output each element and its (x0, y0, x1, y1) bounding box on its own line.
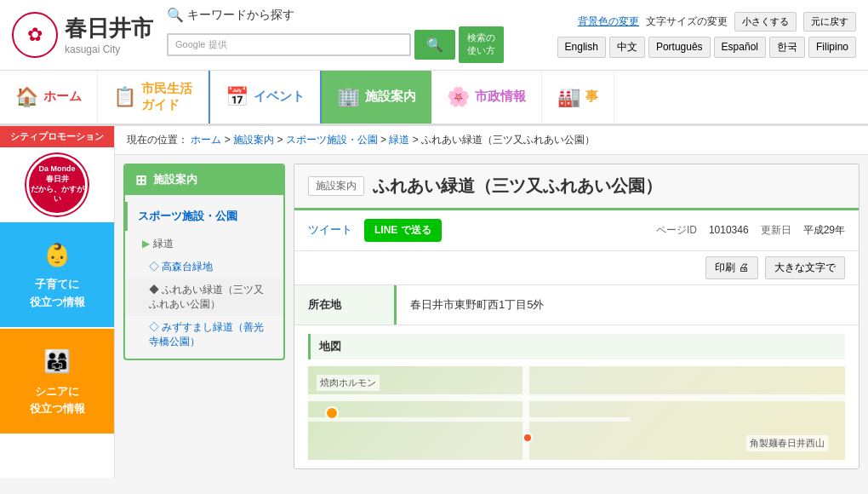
sidebar-item-2[interactable]: ◇ みずすまし緑道（善光寺橋公園） (125, 316, 283, 353)
facility-icon: 🏢 (337, 86, 360, 108)
sidebar-header: ⊞ 施設案内 (125, 165, 283, 195)
promo-banner2-icon: 👨‍👩‍👧 (7, 344, 107, 380)
facility-title: ふれあい緑道（三ツ又ふれあい公園） (373, 175, 662, 198)
promo-banner2-text: シニアに 役立つ情報 (30, 385, 85, 416)
promo-banner2[interactable]: 👨‍👩‍👧 シニアに 役立つ情報 (0, 329, 114, 434)
breadcrumb-current: ふれあい緑道（三ツ又ふれあい公園） (421, 134, 595, 146)
line-send-button[interactable]: LINE で送る (364, 219, 442, 242)
industry-icon: 🏭 (557, 86, 580, 108)
promo-sidebar: シティプロモーション Da Monde 春日井 だから、かすがい 👶 子育てに … (0, 126, 115, 478)
promo-banner1-icon: 👶 (7, 238, 107, 273)
search-help-button[interactable]: 検索の 使い方 (459, 26, 504, 63)
large-text-button[interactable]: 大きな文字で (765, 256, 845, 279)
sidebar-green-label: ▶ 緑道 (125, 233, 283, 256)
lang-portuguese[interactable]: Português (648, 37, 711, 58)
promo-logo-circle: Da Monde 春日井 だから、かすがい (26, 154, 88, 215)
article-meta: ツイート LINE で送る ページID 1010346 更新日 平成29年 (294, 210, 859, 251)
logo-main: 春日井市 (65, 14, 153, 43)
lang-english[interactable]: English (557, 37, 606, 58)
promo-banner1[interactable]: 👶 子育てに 役立つ情報 (0, 222, 114, 327)
breadcrumb-prefix: 現在の位置： (127, 134, 188, 146)
content-body: ⊞ 施設案内 スポーツ施設・公園 ▶ 緑道 ◇ 高森台緑地 ◆ ふれあい緑道（三… (115, 155, 868, 478)
nav-facility[interactable]: 🏢 施設案内 (322, 71, 431, 124)
sidebar-item-current: ◆ ふれあい緑道（三ツ又ふれあい公園） (125, 279, 283, 316)
nav-industry[interactable]: 🏭 事 (542, 71, 614, 124)
map-section: 地図 焼肉ホルモン 角製麺春日井西山 (294, 325, 859, 468)
font-reset-button[interactable]: 元に戻す (803, 12, 856, 32)
breadcrumb-home[interactable]: ホーム (191, 134, 221, 146)
citizen-icon: 📋 (113, 86, 136, 108)
left-sidebar: ⊞ 施設案内 スポーツ施設・公園 ▶ 緑道 ◇ 高森台緑地 ◆ ふれあい緑道（三… (123, 164, 285, 469)
right-content: 施設案内 ふれあい緑道（三ツ又ふれあい公園） ツイート LINE で送る ページ… (294, 164, 859, 469)
printer-icon: 🖨 (739, 261, 749, 273)
lang-filipino[interactable]: Filipino (808, 37, 856, 58)
nav-event-label: イベント (254, 89, 305, 105)
promo-logo-area[interactable]: Da Monde 春日井 だから、かすがい (0, 147, 114, 222)
nav-home[interactable]: 🏠 ホーム (0, 71, 98, 124)
logo-symbol: ✿ (27, 24, 43, 46)
font-small-button[interactable]: 小さくする (734, 12, 797, 32)
nav-citizen-label: 市民生活 ガイド (141, 81, 192, 113)
facility-header: 施設案内 ふれあい緑道（三ツ又ふれあい公園） (294, 164, 859, 210)
city-icon: 🌸 (447, 86, 470, 108)
bg-change-link[interactable]: 背景色の変更 (578, 14, 639, 29)
sidebar-arrow-icon: ▶ (142, 238, 150, 250)
logo-text: 春日井市 kasugai City (65, 14, 153, 55)
search-label: キーワードから探す (187, 8, 294, 23)
nav-home-label: ホーム (43, 89, 82, 105)
breadcrumb-facility[interactable]: 施設案内 (233, 134, 274, 146)
map-label: 地図 (308, 334, 845, 359)
breadcrumb-sports[interactable]: スポーツ施設・公園 (286, 134, 378, 146)
nav-city[interactable]: 🌸 市政情報 (431, 71, 542, 124)
location-label: 所在地 (294, 285, 397, 325)
language-buttons: English 中文 Português Español 한국 Filipino (557, 37, 856, 58)
nav-facility-label: 施設案内 (365, 89, 416, 105)
nav-event[interactable]: 📅 イベント (208, 71, 322, 124)
promo-banner1-text: 子育てに 役立つ情報 (30, 278, 85, 308)
google-label: Google 提供 (175, 38, 227, 51)
home-icon: 🏠 (15, 86, 38, 108)
sidebar-item-0[interactable]: ◇ 高森台緑地 (125, 256, 283, 279)
map-placeholder: 焼肉ホルモン 角製麺春日井西山 (308, 366, 845, 460)
event-icon: 📅 (226, 86, 248, 108)
right-controls: 背景色の変更 文字サイズの変更 小さくする 元に戻す English 中文 Po… (557, 12, 856, 58)
print-button[interactable]: 印刷 🖨 (705, 256, 758, 279)
search-input[interactable] (232, 38, 403, 51)
sidebar-header-icon: ⊞ (135, 172, 146, 188)
print-label: 印刷 (715, 261, 735, 275)
lang-spanish[interactable]: Español (714, 37, 766, 58)
lang-korean[interactable]: 한국 (769, 37, 805, 58)
search-button[interactable]: 🔍 (414, 30, 455, 60)
sidebar-sports-link[interactable]: スポーツ施設・公園 (125, 202, 283, 231)
nav-industry-label: 事 (585, 89, 598, 105)
tweet-link[interactable]: ツイート (308, 222, 352, 238)
logo-sub: kasugai City (65, 43, 153, 55)
breadcrumb-sep1: > (225, 134, 233, 146)
content-area: シティプロモーション Da Monde 春日井 だから、かすがい 👶 子育てに … (0, 126, 868, 478)
promo-top-label: シティプロモーション (0, 126, 114, 147)
promo-logo-text: Da Monde 春日井 だから、かすがい (29, 164, 85, 204)
main-content: 現在の位置： ホーム > 施設案内 > スポーツ施設・公園 > 緑道 > ふれあ… (115, 126, 868, 478)
update-label: 更新日 (761, 223, 791, 238)
page-id-value: 1010346 (709, 224, 749, 236)
breadcrumb: 現在の位置： ホーム > 施設案内 > スポーツ施設・公園 > 緑道 > ふれあ… (115, 126, 868, 155)
update-date: 平成29年 (803, 223, 845, 238)
logo-circle: ✿ (12, 12, 58, 58)
location-row: 所在地 春日井市東野町西1丁目5外 (294, 285, 859, 325)
page-id-label: ページID (656, 223, 697, 238)
breadcrumb-green[interactable]: 緑道 (389, 134, 409, 146)
sidebar-box: ⊞ 施設案内 スポーツ施設・公園 ▶ 緑道 ◇ 高森台緑地 ◆ ふれあい緑道（三… (123, 164, 285, 360)
sidebar-header-label: 施設案内 (153, 172, 197, 187)
print-row: 印刷 🖨 大きな文字で (294, 251, 859, 285)
sidebar-section: スポーツ施設・公園 ▶ 緑道 ◇ 高森台緑地 ◆ ふれあい緑道（三ツ又ふれあい公… (125, 195, 283, 359)
search-area: 🔍 キーワードから探す Google 提供 🔍 検索の 使い方 (167, 7, 504, 63)
nav-citizen[interactable]: 📋 市民生活 ガイド (98, 71, 208, 124)
lang-chinese[interactable]: 中文 (609, 37, 645, 58)
breadcrumb-sep2: > (277, 134, 285, 146)
breadcrumb-sep3: > (380, 134, 389, 146)
meta-right: ページID 1010346 更新日 平成29年 (656, 223, 845, 238)
font-size-label: 文字サイズの変更 (646, 14, 728, 29)
search-icon: 🔍 (167, 7, 184, 23)
facility-label-badge: 施設案内 (308, 176, 364, 196)
breadcrumb-sep4: > (413, 134, 421, 146)
